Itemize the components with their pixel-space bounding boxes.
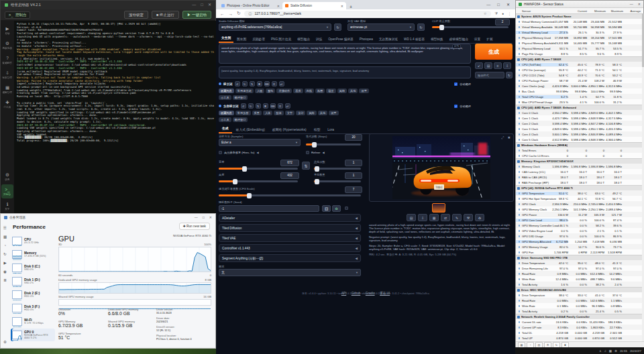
batch-size-slider[interactable] xyxy=(314,180,361,182)
paio-negative-chip[interactable]: 文字 xyxy=(285,111,294,115)
stop-button[interactable]: ■ 终止运行 xyxy=(152,11,179,19)
sensor-row[interactable]: Drive Temperature38.0 °C33.0 °C41.0 °C37… xyxy=(516,292,642,298)
sensor-row[interactable]: Total DL4.218 GB0.000 GB4.218 GB2.341 GB xyxy=(516,330,642,335)
extra-seed-checkbox[interactable] xyxy=(345,206,348,210)
column-header-Sensor[interactable]: Sensor xyxy=(522,9,531,13)
bat ch-count-slider[interactable] xyxy=(314,168,361,170)
tab-close-icon[interactable]: ✕ xyxy=(277,4,280,8)
tab-训练[interactable]: 训练 xyxy=(313,36,325,43)
sidebar-item-疑难解答[interactable]: ?疑难解答 xyxy=(1,53,13,67)
paio-negative-chip[interactable]: 设置 xyxy=(329,111,338,115)
sensor-row[interactable]: GPU Memory Controller Load46.1 %0.0 %58.… xyxy=(516,223,642,228)
sensor-row[interactable]: Memory Clock1,596.8 MHz1,596.8 MHz1,596.… xyxy=(516,164,642,169)
tab-OpenPose 编辑器[interactable]: OpenPose 编辑器 xyxy=(325,36,356,43)
column-header-Current[interactable]: Current xyxy=(567,9,587,13)
scroll-lock-button[interactable]: 滚动锁定 xyxy=(124,11,148,19)
sensor-group-Drive: WDC WD20EZAZ-00GGJB0[interactable]: Drive: WDC WD20EZAZ-00GGJB0 xyxy=(516,287,642,292)
back-icon[interactable]: ← xyxy=(220,11,225,16)
hwinfo-sensor-table[interactable]: System: ASUS System Product NameVirtual … xyxy=(516,13,642,341)
sensor-row[interactable]: CPU (Tctl/Tdie)62.4 °C45.6 °C78.9 °C58.3… xyxy=(516,62,642,67)
paio-positive-chip[interactable]: 人物 xyxy=(255,88,264,93)
sensor-row[interactable]: CPU CCD1 (Tdie)54.8 °C43.9 °C70.6 °C53.2… xyxy=(516,72,642,78)
paste-params-button[interactable]: ↙ xyxy=(475,62,483,69)
sensor-row[interactable]: GPU Memory Allocated6,712 MB1,204 MB7,41… xyxy=(516,239,642,244)
tab-超级模型融合[interactable]: 超级模型融合 xyxy=(447,36,471,43)
sensor-group-Network: Realtek Gaming 2.5GbE Family Controller[interactable]: Network: Realtek Gaming 2.5GbE Family Co… xyxy=(516,314,642,319)
maximize-icon[interactable]: □ xyxy=(497,1,500,9)
paio-positive-tool-2[interactable]: ⇅ xyxy=(250,81,255,86)
sensor-row[interactable]: Core 3 Clock4,849.6 MHz3,598.4 MHz4,850.… xyxy=(516,126,642,131)
paio-positive-chip[interactable]: 光线 xyxy=(305,88,314,93)
paio-negative-chip2[interactable]: 翻译接口 xyxy=(233,117,248,122)
sidebar-item-GPU 0[interactable]: GPU 0NVIDIA GeForce RTX 4060 Ti 2% xyxy=(11,329,55,341)
paio-positive-chip[interactable]: 场景 xyxy=(326,88,335,93)
sensor-row[interactable]: Current UP rate8.3 KB/s0.0 KB/s1,863 KB/… xyxy=(516,324,642,330)
sensor-row[interactable]: Total Activity0.2 %0.0 %21.4 %0.5 % xyxy=(516,308,642,314)
sensor-group-Drive: Samsung SSD 980 PRO 1TB[interactable]: Drive: Samsung SSD 980 PRO 1TB xyxy=(516,255,642,260)
tray-icon-3[interactable]: ⚙ xyxy=(614,349,617,353)
cfg-value[interactable]: 7 xyxy=(345,186,362,193)
paio-negative-translate-checkbox[interactable]: ✓ xyxy=(454,105,458,108)
tab-文生图[interactable]: 文生图 xyxy=(219,34,233,43)
sensor-row[interactable]: Core 5 Clock4,512.8 MHz3,598.4 MHz4,848.… xyxy=(516,137,642,142)
paio-positive-chip[interactable]: 服饰 xyxy=(266,88,275,93)
sampler-dropdown[interactable]: Euler a▼ xyxy=(219,139,301,146)
tray-icon-1[interactable]: ♫ xyxy=(604,349,606,353)
save-image-button[interactable]: ⇩ xyxy=(418,214,427,221)
sensor-row[interactable]: Core Clocks (avg)4,424.8 MHz3,600.0 MHz4… xyxy=(516,83,642,88)
paio-positive-tool-5[interactable]: ≣ xyxy=(272,81,277,86)
sensor-group-CPU [#0]: AMD Ryzen 7 5800X: Enhanced[interactable]: CPU [#0]: AMD Ryzen 7 5800X: Enhanced xyxy=(516,105,642,110)
reuse-seed-button[interactable]: ♻ xyxy=(475,214,484,221)
paio-positive-chip[interactable]: 表情动作 xyxy=(276,88,292,93)
sensor-row[interactable]: GPU Temperature51.0 °C38.0 °C63.0 °C49.2… xyxy=(516,190,642,196)
height-value[interactable]: 432 xyxy=(280,172,299,179)
generated-image[interactable]: TODI xyxy=(392,136,490,199)
close-icon[interactable]: ✕ xyxy=(209,213,212,222)
width-value[interactable]: 672 xyxy=(280,160,299,166)
sensor-row[interactable]: Core 0 Clock4,550.2 MHz3,598.4 MHz4,849.… xyxy=(516,110,642,115)
sidebar-item-Wi-Fi[interactable]: Wi-FiS: 0 R: 72.0 Kbps xyxy=(11,315,55,328)
paio-negative-chip[interactable]: 人体 xyxy=(263,111,272,115)
paio-negative-tool-2[interactable]: ⇅ xyxy=(256,103,261,109)
hires-checkbox[interactable] xyxy=(219,151,222,154)
profile-avatar[interactable]: ● xyxy=(502,11,504,15)
console-tab[interactable]: >_ 控制台 xyxy=(5,11,30,19)
sensor-row[interactable]: CPU Die (average)55.9 °C44.2 °C71.3 °C54… xyxy=(516,67,642,72)
forward-icon[interactable]: → xyxy=(229,11,233,16)
tab-无边图像浏览[interactable]: 无边图像浏览 xyxy=(376,36,400,43)
browser-tab-0[interactable]: Photopea - Online Photo Editor✕ xyxy=(219,2,282,9)
paio-positive-chip[interactable]: 画质 xyxy=(293,88,303,93)
paio-negative-tool-6[interactable]: ⇄ xyxy=(285,103,290,109)
paio-negative-chip[interactable]: 风格 xyxy=(307,111,316,115)
paio-positive-chip-favorites[interactable]: 收藏列表 xyxy=(219,88,234,93)
sensor-row[interactable]: GPU Fan1,746 RPM0 RPM2,113 RPM1,518 RPM xyxy=(516,249,642,255)
sidebar-item-小工具[interactable]: ✚小工具 xyxy=(1,97,13,111)
sensor-group-Memory: Kingston KF3200C16D4/16GX[interactable]: Memory: Kingston KF3200C16D4/16GX xyxy=(516,158,642,164)
close-icon[interactable]: ✕ xyxy=(208,1,211,9)
paio-positive-tool-1[interactable]: ↻ xyxy=(242,81,248,86)
sidebar-item-Disk 1 (D:)[interactable]: Disk 1 (D:)SSD 2% xyxy=(11,275,55,288)
sensor-row[interactable]: Total CPU Usage6.2 %1.4 %64.7 %11.8 % xyxy=(516,94,642,99)
sensor-row[interactable]: Bus Clock99.8 MHz99.8 MHz100.0 MHz99.9 M… xyxy=(516,88,642,94)
maximize-icon[interactable]: □ xyxy=(203,213,205,222)
sensor-row[interactable]: Read Rate0.0 MB/s0.0 MB/s142.6 MB/s1.1 M… xyxy=(516,298,642,303)
taskman-rail-icon-1[interactable]: ▦ xyxy=(3,235,7,239)
paio-positive-chip2[interactable]: 翻译接口 xyxy=(233,95,248,100)
script-dropdown[interactable]: 无▼ xyxy=(219,269,361,276)
minimize-icon[interactable]: — xyxy=(192,1,196,9)
sidebar-item-设置[interactable]: ⚙设置 xyxy=(1,170,13,184)
sidebar-item-Disk 3 (F:)[interactable]: Disk 3 (F:)HDD 0% xyxy=(11,302,55,314)
sensor-group-GPU [#0]: NVIDIA GeForce RTX 4060 Ti[interactable]: GPU [#0]: NVIDIA GeForce RTX 4060 Ti xyxy=(516,185,642,190)
sensor-group-Windows Hardware Errors (WHEA)[interactable]: Windows Hardware Errors (WHEA) xyxy=(516,142,642,148)
sensor-group-System: ASUS System Product Name[interactable]: System: ASUS System Product Name xyxy=(516,13,642,19)
sidebar-item-Disk 0 (C:)[interactable]: Disk 0 (C:)SSD 0% xyxy=(11,261,55,274)
extranet-tab-Lora[interactable]: Lora xyxy=(324,127,337,133)
sensor-row[interactable]: Write Rate12.4 MB/s0.0 MB/s488.7 MB/s9.6… xyxy=(516,276,642,282)
sensor-row[interactable]: Write Rate0.1 MB/s0.0 MB/s96.3 MB/s0.8 M… xyxy=(516,303,642,308)
tab-模型转换[interactable]: 模型转换 xyxy=(428,36,446,43)
close-icon[interactable]: ✕ xyxy=(638,0,641,9)
sensor-row[interactable]: CPU Package Power58.7 W21.4 W118.2 W46.9… xyxy=(516,78,642,83)
batch-count-value[interactable]: 1 xyxy=(345,160,362,166)
sensor-row[interactable]: Virtual Memory Commited21,057 MB20,148 M… xyxy=(516,19,642,24)
generate-button[interactable]: 生成 xyxy=(475,44,513,60)
